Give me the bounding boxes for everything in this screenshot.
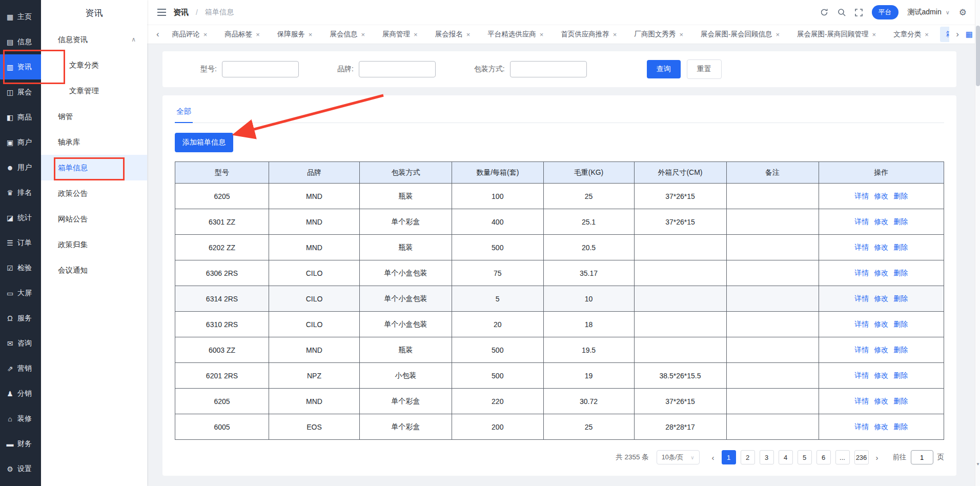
tab-close-icon[interactable]: ×: [613, 31, 617, 38]
tabs-grid-menu-icon[interactable]: ▦: [966, 30, 973, 39]
row-action-修改[interactable]: 修改: [874, 320, 888, 328]
row-action-详情[interactable]: 详情: [854, 243, 869, 251]
tabs-scroll-right-icon[interactable]: ›: [954, 29, 961, 39]
tab-close-icon[interactable]: ×: [776, 31, 780, 38]
row-action-删除[interactable]: 删除: [893, 243, 908, 251]
sidebar-item-商品[interactable]: ◧商品: [0, 105, 41, 130]
tab-展会展图-展商回顾管理[interactable]: 展会展图-展商回顾管理×: [791, 27, 882, 42]
sidebar-item-展会[interactable]: ◫展会: [0, 79, 41, 105]
row-action-删除[interactable]: 删除: [893, 422, 908, 431]
row-action-修改[interactable]: 修改: [874, 294, 888, 302]
sidebar-item-财务[interactable]: ▬财务: [0, 431, 41, 456]
tab-商品评论[interactable]: 商品评论×: [166, 27, 214, 42]
tab-展会报名[interactable]: 展会报名×: [429, 27, 477, 42]
sidebar-item-统计[interactable]: ◪统计: [0, 205, 41, 230]
row-action-删除[interactable]: 删除: [893, 397, 908, 405]
tab-展会展图-展会回顾信息[interactable]: 展会展图-展会回顾信息×: [695, 27, 786, 42]
gear-icon[interactable]: ⚙: [959, 7, 967, 18]
row-action-详情[interactable]: 详情: [854, 294, 869, 302]
row-action-删除[interactable]: 删除: [893, 269, 908, 277]
scrollbar-down-arrow-icon[interactable]: ▼: [975, 462, 980, 467]
row-action-修改[interactable]: 修改: [874, 422, 888, 431]
tab-close-icon[interactable]: ×: [203, 31, 208, 38]
search-submit-button[interactable]: 查询: [647, 60, 681, 78]
sidebar-item-资讯[interactable]: ▥资讯: [0, 54, 41, 79]
page-button-6[interactable]: 6: [816, 450, 831, 464]
refresh-icon[interactable]: [820, 8, 828, 16]
row-action-修改[interactable]: 修改: [874, 243, 888, 251]
row-action-详情[interactable]: 详情: [854, 422, 869, 431]
row-action-删除[interactable]: 删除: [893, 346, 908, 354]
username[interactable]: 测试admin: [908, 8, 942, 17]
search-input-1[interactable]: [359, 61, 436, 77]
sidebar-item-营销[interactable]: ⇗营销: [0, 356, 41, 381]
row-action-详情[interactable]: 详情: [854, 217, 869, 226]
page-button-4[interactable]: 4: [779, 450, 793, 464]
row-action-修改[interactable]: 修改: [874, 192, 888, 200]
platform-badge[interactable]: 平台: [872, 5, 899, 19]
sidebar-item-装修[interactable]: ⌂装修: [0, 406, 41, 431]
page-button-2[interactable]: 2: [741, 450, 755, 464]
sidebar-item-商户[interactable]: ▣商户: [0, 130, 41, 155]
tab-close-icon[interactable]: ×: [540, 31, 544, 38]
sidebar-item-大屏[interactable]: ▭大屏: [0, 280, 41, 306]
tab-close-icon[interactable]: ×: [256, 31, 260, 38]
submenu-item-钢管[interactable]: 钢管: [41, 104, 147, 129]
row-action-详情[interactable]: 详情: [854, 320, 869, 328]
sidebar-item-订单[interactable]: ☰订单: [0, 230, 41, 255]
row-action-修改[interactable]: 修改: [874, 269, 888, 277]
tab-展会信息[interactable]: 展会信息×: [323, 27, 371, 42]
tab-文章分类[interactable]: 文章分类×: [887, 27, 935, 42]
page-button-3[interactable]: 3: [760, 450, 774, 464]
sidebar-item-咨询[interactable]: ✉咨询: [0, 331, 41, 356]
row-action-删除[interactable]: 删除: [893, 320, 908, 328]
submenu-item-信息资讯[interactable]: 信息资讯∧: [41, 27, 147, 52]
submenu-item-箱单信息[interactable]: 箱单信息: [41, 155, 147, 180]
user-dropdown-caret-icon[interactable]: ∨: [946, 9, 950, 16]
tab-all-filter[interactable]: 全部: [175, 107, 193, 123]
row-action-详情[interactable]: 详情: [854, 192, 869, 200]
search-reset-button[interactable]: 重置: [687, 59, 722, 79]
sidebar-item-排名[interactable]: ♛排名: [0, 180, 41, 205]
row-action-详情[interactable]: 详情: [854, 346, 869, 354]
submenu-item-政策公告[interactable]: 政策公告: [41, 180, 147, 206]
fullscreen-icon[interactable]: [855, 9, 863, 16]
row-action-修改[interactable]: 修改: [874, 346, 888, 354]
pagination-prev-icon[interactable]: ‹: [709, 453, 717, 462]
row-action-详情[interactable]: 详情: [854, 371, 869, 379]
scrollbar-thumb[interactable]: [976, 26, 980, 86]
row-action-详情[interactable]: 详情: [854, 397, 869, 405]
page-ellipsis[interactable]: ...: [835, 450, 850, 464]
sidebar-item-用户[interactable]: ☻用户: [0, 155, 41, 180]
page-button-5[interactable]: 5: [798, 450, 812, 464]
tab-商品标签[interactable]: 商品标签×: [218, 27, 266, 42]
row-action-删除[interactable]: 删除: [893, 371, 908, 379]
tab-厂商图文秀秀[interactable]: 厂商图文秀秀×: [628, 27, 689, 42]
tab-展商管理[interactable]: 展商管理×: [376, 27, 424, 42]
tab-箱单[interactable]: 箱单×: [940, 27, 949, 42]
tabs-scroll-left-icon[interactable]: ‹: [154, 29, 161, 39]
search-input-0[interactable]: [222, 61, 299, 77]
submenu-item-会议通知[interactable]: 会议通知: [41, 257, 147, 283]
tab-平台精选供应商[interactable]: 平台精选供应商×: [481, 27, 549, 42]
sidebar-item-信息[interactable]: ▤信息: [0, 29, 41, 54]
page-scrollbar[interactable]: ▼: [975, 0, 980, 486]
submenu-item-文章分类[interactable]: 文章分类: [41, 52, 147, 78]
tab-close-icon[interactable]: ×: [679, 31, 683, 38]
row-action-修改[interactable]: 修改: [874, 397, 888, 405]
tab-保障服务[interactable]: 保障服务×: [271, 27, 319, 42]
page-button-1[interactable]: 1: [722, 450, 736, 464]
tab-close-icon[interactable]: ×: [466, 31, 471, 38]
row-action-修改[interactable]: 修改: [874, 217, 888, 226]
page-size-select[interactable]: 10条/页 ∨: [657, 450, 700, 464]
pagination-next-icon[interactable]: ›: [873, 453, 881, 462]
tab-close-icon[interactable]: ×: [872, 31, 876, 38]
search-icon[interactable]: [838, 8, 846, 16]
row-action-删除[interactable]: 删除: [893, 192, 908, 200]
submenu-item-政策归集[interactable]: 政策归集: [41, 232, 147, 257]
submenu-item-轴承库[interactable]: 轴承库: [41, 129, 147, 155]
submenu-item-网站公告[interactable]: 网站公告: [41, 206, 147, 232]
row-action-修改[interactable]: 修改: [874, 371, 888, 379]
sidebar-item-服务[interactable]: Ω服务: [0, 306, 41, 331]
sidebar-item-分销[interactable]: ♟分销: [0, 381, 41, 406]
